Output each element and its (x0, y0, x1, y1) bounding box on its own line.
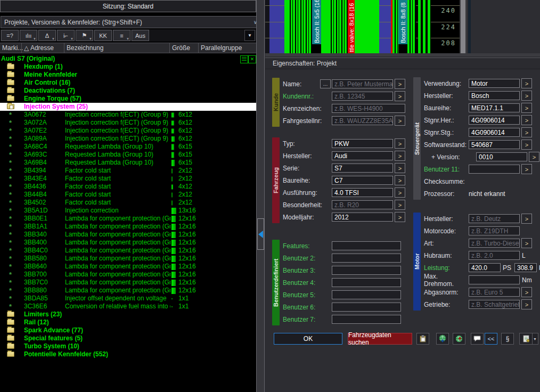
field-input[interactable]: S7 (332, 164, 393, 173)
field-input[interactable]: Audi (332, 151, 393, 160)
field-input[interactable]: 2012 (332, 213, 393, 222)
collapse-dialog-button[interactable]: << (485, 333, 497, 345)
toolbar-axis-button[interactable]: i⌐▼ (57, 30, 75, 41)
comment-button[interactable] (471, 333, 484, 345)
field-input[interactable] (332, 278, 401, 287)
field-input[interactable]: PKW (332, 139, 393, 148)
map-row[interactable]: *3BB0E1Lambda for component protection (… (0, 215, 256, 223)
download-online-data-button[interactable] (436, 333, 449, 345)
map-row[interactable]: *3A089AInjection correction f(ECT) (Grou… (0, 135, 256, 143)
column-header-2[interactable]: Bezeichnung (64, 43, 169, 53)
expand-arrow-button[interactable]: > (521, 78, 532, 88)
expand-arrow-button[interactable]: > (521, 214, 532, 224)
ok-button[interactable]: OK (274, 333, 342, 345)
upload-online-data-button[interactable] (453, 333, 465, 345)
field-input[interactable]: z.B. Euro 5 (469, 288, 520, 297)
hexdump-overview[interactable]: Bosch II: 5x5 (16ttle valve: 8x18 (16Bos… (265, 0, 460, 53)
field-input[interactable]: z.B. WES-H4900 (332, 104, 405, 113)
field-input[interactable]: 0010 (476, 152, 527, 161)
tree-folder-row[interactable]: Engine Torque (57) (0, 95, 256, 103)
tree-folder-row[interactable]: Meine Kennfelder (0, 71, 256, 79)
more-button[interactable]: ... (320, 79, 331, 88)
toolbar-dropdown-button[interactable]: ▼ (244, 30, 255, 41)
search-vehicle-data-button[interactable]: Fahrzeugdaten suchen (348, 333, 412, 345)
map-row[interactable]: *3BB640Lambda for component protection (… (0, 263, 256, 271)
expand-arrow-button[interactable]: > (395, 138, 405, 149)
field-input[interactable]: MED17.1.1 (469, 103, 520, 112)
list-view-icon[interactable] (240, 55, 248, 63)
map-row[interactable]: *3BB1A1Lambda for component protection (… (0, 223, 256, 231)
field-input[interactable]: z.B. R20 (332, 200, 393, 209)
expand-arrow-button[interactable]: > (521, 91, 532, 101)
expand-arrow-button[interactable]: > (521, 287, 532, 297)
map-row[interactable]: *3B4502Factor cold start2x12 (0, 199, 256, 207)
map-row[interactable]: *3B44B4Factor cold start2x12 (0, 191, 256, 199)
field-input[interactable]: 540687 (469, 140, 520, 149)
expand-arrow-button[interactable]: > (395, 116, 405, 126)
field-input[interactable]: Bosch (469, 91, 520, 100)
tree-selected-folder-row[interactable]: Injection System (25) (0, 103, 256, 111)
expand-arrow-button[interactable]: > (395, 151, 405, 161)
field-input[interactable]: z.B. 12345 (332, 92, 393, 101)
tree-folder-row[interactable]: Special features (5) (0, 334, 256, 342)
field-input[interactable] (469, 165, 520, 174)
toolbar-rows-button[interactable]: ≡▼ (113, 30, 130, 41)
field-input[interactable] (332, 303, 401, 312)
tree-folder-row[interactable]: Turbo System (10) (0, 342, 256, 350)
column-header-0[interactable]: Marki... (0, 43, 21, 53)
map-row[interactable]: *3A693CRequested Lambda (Group 10)6x15 (0, 151, 256, 159)
map-row[interactable]: *3BB580Lambda for component protection (… (0, 255, 256, 263)
map-row[interactable]: *3BB700Lambda for component protection (… (0, 271, 256, 279)
tree-folder-row[interactable]: Potentielle Kennfelder (552) (0, 350, 256, 358)
field-input[interactable] (332, 315, 401, 324)
field-input[interactable]: z.B. Deutz (469, 214, 520, 223)
filter-dropdown[interactable]: Projekte, Versionen & Kennfelder: (Strg+… (1, 16, 261, 28)
paste-vehicle-data-button[interactable] (416, 333, 429, 345)
expand-arrow-button[interactable]: > (521, 238, 532, 248)
map-row[interactable]: *3B5A1DInjection correction13x16 (0, 207, 256, 215)
map-row[interactable]: *3B4394Factor cold start2x12 (0, 167, 256, 175)
toolbar-flag-button[interactable]: ⚑▼ (76, 30, 93, 41)
map-row[interactable]: *3B43E4Factor cold start2x12 (0, 175, 256, 183)
tree-folder-row[interactable]: Deactivations (7) (0, 87, 256, 95)
field-input[interactable]: 4G0906014 (469, 116, 520, 125)
map-row[interactable]: *3BB400Lambda for component protection (… (0, 239, 256, 247)
tree-root-row[interactable]: Audi S7 (Original)✕ (0, 55, 256, 63)
field-input[interactable]: z.B. Z19DTH (469, 226, 520, 235)
toolbar-bars-view-button[interactable]: ılıı▼ (20, 30, 37, 41)
map-row[interactable]: *3C36E6Conversion of relative fuel mass … (0, 303, 256, 311)
toolbar-aus-button[interactable]: Aus (132, 30, 149, 41)
field-input[interactable]: Motor (469, 79, 520, 88)
map-row[interactable]: *3B4436Factor cold start4x12 (0, 183, 256, 191)
expand-arrow-button[interactable]: > (521, 164, 532, 174)
close-icon[interactable]: ✕ (248, 55, 256, 63)
field-input[interactable]: z.B. 2.0 (469, 251, 520, 260)
expand-arrow-button[interactable]: > (521, 127, 532, 137)
expand-arrow-button[interactable]: > (521, 140, 532, 150)
field-input[interactable]: C7 (332, 176, 393, 185)
expand-arrow-button[interactable]: > (395, 163, 405, 173)
tree-folder-row[interactable]: Air Control (16) (0, 79, 256, 87)
toolbar-compare-button[interactable]: =? (1, 30, 19, 41)
expand-arrow-button[interactable]: > (395, 212, 405, 222)
field-input[interactable] (332, 241, 401, 250)
field-input[interactable] (332, 254, 401, 263)
field-input[interactable] (332, 290, 401, 299)
map-row[interactable]: *3A0672Injection correction f(ECT) (Grou… (0, 111, 256, 119)
expand-arrow-button[interactable]: > (521, 299, 532, 309)
legal-button[interactable]: § (501, 333, 514, 345)
collapse-panel-button[interactable] (257, 218, 264, 250)
field-input[interactable]: z.B. WAUZZZ8E35A235 (332, 116, 393, 125)
field-input[interactable] (469, 275, 520, 284)
map-row[interactable]: *3A072AInjection correction f(ECT) (Grou… (0, 119, 256, 127)
expand-arrow-button[interactable]: > (395, 79, 405, 89)
tree-folder-row[interactable]: Rail (12) (0, 318, 256, 326)
expand-arrow-button[interactable]: > (395, 200, 405, 210)
map-row[interactable]: *3A69B4Requested Lambda (Group 10)6x15 (0, 159, 256, 167)
expand-arrow-button[interactable]: > (521, 115, 532, 125)
tree-folder-row[interactable]: Hexdump (1) (0, 63, 256, 71)
power-ps-input[interactable]: 420.0 (469, 263, 501, 272)
panel-splitter[interactable] (256, 0, 265, 392)
map-row[interactable]: *3BDA85Injector offset dependent on volt… (0, 295, 256, 303)
column-header-4[interactable]: Parallelgruppe (198, 43, 256, 53)
